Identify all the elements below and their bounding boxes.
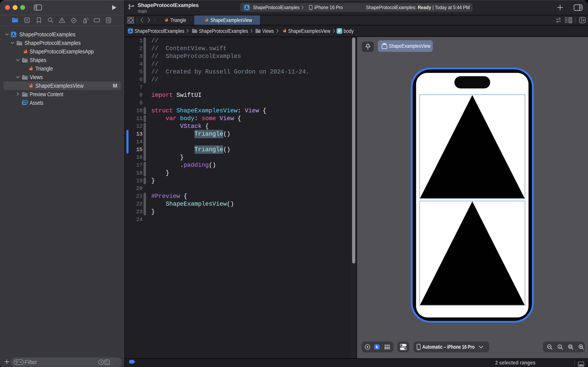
svg-text:1: 1 bbox=[559, 345, 560, 348]
